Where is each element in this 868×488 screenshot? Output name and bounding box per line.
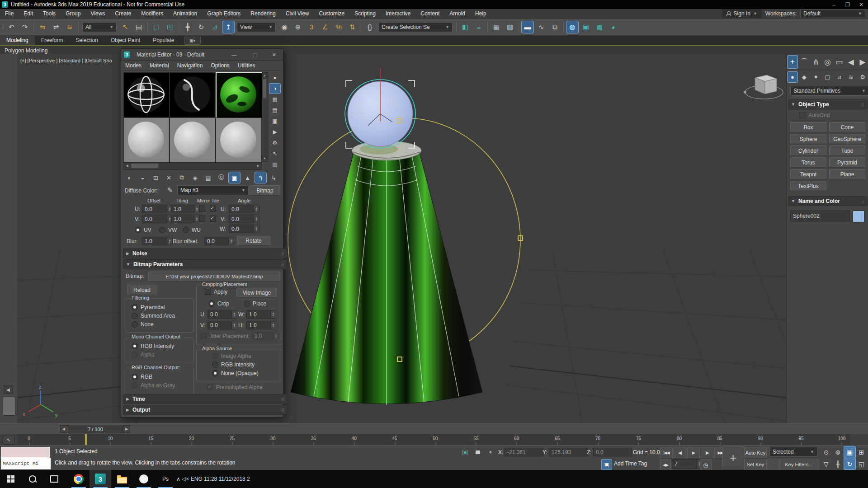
toolbar-grip[interactable]: ⸽⸽ xyxy=(2,24,3,29)
previous-frame-button[interactable]: ◀| xyxy=(674,447,686,459)
v-tile-checkbox[interactable] xyxy=(210,216,216,222)
ribbon-config-icon[interactable]: ▣▾ xyxy=(184,37,201,45)
rendered-frame-window-icon[interactable]: ▩ xyxy=(593,21,606,33)
ribbon-tab-selection[interactable]: Selection xyxy=(69,36,104,45)
assign-material-to-selection-icon[interactable]: ⊡ xyxy=(150,172,162,183)
material-editor-titlebar[interactable]: 3 Material Editor - 03 - Default — ▢ ✕ xyxy=(121,49,283,61)
select-and-rotate-icon[interactable]: ↻ xyxy=(195,21,208,33)
menu-civil-view[interactable]: Civil View xyxy=(281,9,314,18)
menu-views[interactable]: Views xyxy=(85,9,110,18)
v-mirror-checkbox[interactable] xyxy=(199,216,205,222)
u-angle-field[interactable]: 0.0▲▼ xyxy=(229,205,259,213)
u-tiling-field[interactable]: 1.0▲▼ xyxy=(171,205,200,213)
sample-uv-tiling-icon[interactable]: ▤ xyxy=(269,105,281,116)
key-filters-button[interactable]: Key Filters... xyxy=(779,459,818,470)
sample-slot-2[interactable] xyxy=(170,72,216,117)
video-color-check-icon[interactable]: ▣ xyxy=(269,116,281,127)
put-to-library-icon[interactable]: ▤ xyxy=(202,172,214,183)
unlink-selection-icon[interactable]: ⇌ xyxy=(50,21,62,33)
viewport-label[interactable]: [+] [Perspective ] [Standard ] [Default … xyxy=(20,58,129,63)
menu-modifiers[interactable]: Modifiers xyxy=(136,9,168,18)
subtab-systems-icon[interactable]: ⚙ xyxy=(857,71,868,83)
clock[interactable]: 11:28 11/12/2018 xyxy=(204,476,247,482)
geosphere-button[interactable]: GeoSphere xyxy=(829,134,865,144)
show-end-result-icon[interactable]: ▲ xyxy=(241,172,254,183)
box-button[interactable]: Box xyxy=(790,122,826,132)
rgb-radio[interactable]: RGB xyxy=(132,374,152,380)
select-and-scale-icon[interactable]: ⊿ xyxy=(208,21,221,33)
sample-slot-4[interactable] xyxy=(123,117,170,163)
tab-create-icon[interactable]: + xyxy=(787,55,798,69)
go-to-start-button[interactable]: |◀◀ xyxy=(660,447,673,459)
render-production-icon[interactable]: ◕ xyxy=(607,21,619,33)
close-button[interactable]: ✕ xyxy=(854,0,868,9)
redo-icon[interactable]: ↷ xyxy=(19,21,31,33)
map-name-dropdown[interactable]: Map #3▼ xyxy=(177,185,249,195)
pan-icon[interactable]: ╂ xyxy=(832,458,844,470)
teapot-button[interactable]: Teapot xyxy=(790,169,826,179)
blur-field[interactable]: 1.0▲▼ xyxy=(142,237,173,245)
selection-filter-dropdown[interactable]: All▼ xyxy=(82,22,117,32)
tube-button[interactable]: Tube xyxy=(829,145,865,156)
bind-to-space-warp-icon[interactable]: ≋ xyxy=(63,21,76,33)
align-icon[interactable]: ≡ xyxy=(472,21,485,33)
sample-slot-3-active[interactable] xyxy=(216,72,263,118)
dialog-restore-button[interactable]: ▢ xyxy=(250,51,260,59)
summed-area-radio[interactable]: Summed Area xyxy=(132,313,175,319)
field-of-view-icon[interactable]: ▽ xyxy=(820,458,832,470)
ribbon-tab-populate[interactable]: Populate xyxy=(146,36,180,45)
add-time-tag[interactable]: Add Time Tag xyxy=(614,460,647,467)
output-rollout[interactable]: ▶ Output ⣿ xyxy=(123,405,288,415)
y-coordinate-field[interactable]: 125.193 xyxy=(549,448,588,456)
crop-v-field[interactable]: 0.0▲▼ xyxy=(208,321,237,329)
subtab-spacewarps-icon[interactable]: ≋ xyxy=(845,71,856,83)
material-editor-icon[interactable]: ◍ xyxy=(566,21,579,33)
crop-w-field[interactable]: 1.0▲▼ xyxy=(246,310,276,319)
viewport-layout-tab[interactable] xyxy=(3,397,15,416)
put-material-to-scene-icon[interactable]: ◒ xyxy=(137,172,149,183)
crop-h-field[interactable]: 1.0▲▼ xyxy=(246,321,276,329)
material-map-navigator-icon[interactable]: ▥ xyxy=(269,159,281,170)
current-frame-field[interactable]: 7▲▼ xyxy=(672,459,703,469)
place-radio[interactable]: Place xyxy=(244,300,266,307)
toggle-scene-explorer-icon[interactable]: ▦ xyxy=(490,21,503,33)
menu-tools[interactable]: Tools xyxy=(38,9,61,18)
name-and-color-rollout[interactable]: ▼ Name and Color ⣿ xyxy=(788,196,868,206)
reload-button[interactable]: Reload xyxy=(127,285,156,295)
u-offset-field[interactable]: 0.0▲▼ xyxy=(142,205,173,213)
apply-checkbox[interactable]: Apply xyxy=(205,289,227,295)
rotate-button[interactable]: Rotate xyxy=(237,236,270,246)
select-object-icon[interactable]: ↖ xyxy=(119,21,132,33)
language-indicator[interactable]: ENG xyxy=(191,476,203,482)
rgb-intensity-radio[interactable]: RGB Intensity xyxy=(132,343,174,349)
3dsmax-taskbar-button[interactable]: 3 xyxy=(90,470,111,488)
toggle-ribbon-icon[interactable]: ▬ xyxy=(521,21,534,33)
background-icon[interactable]: ▦ xyxy=(269,94,281,105)
pyramid-button[interactable]: Pyramid xyxy=(829,157,865,168)
undo-icon[interactable]: ↶ xyxy=(5,21,18,33)
time-configuration-icon[interactable]: ◷ xyxy=(700,459,712,471)
x-coordinate-field[interactable]: -21.361 xyxy=(505,448,543,456)
uv-radio[interactable]: UV xyxy=(135,227,151,233)
ribbon-tab-object-paint[interactable]: Object Paint xyxy=(104,36,146,45)
crop-u-field[interactable]: 0.0▲▼ xyxy=(208,310,237,319)
subtab-lights-icon[interactable]: ✦ xyxy=(811,71,821,83)
previous-frame-arrow[interactable]: ◀ xyxy=(60,425,67,433)
zoom-extents-icon[interactable]: ▣ xyxy=(844,446,856,458)
subtab-cameras-icon[interactable]: ▢ xyxy=(822,71,833,83)
make-unique-icon[interactable]: ◈ xyxy=(189,172,201,183)
mirror-icon[interactable]: ◧ xyxy=(459,21,472,33)
scroll-handle[interactable] xyxy=(131,164,158,168)
scroll-down-icon[interactable]: ▼ xyxy=(262,156,267,161)
maxscript-mini-listener-white[interactable]: MAXScript Mi xyxy=(1,458,51,469)
rectangular-selection-icon[interactable]: ▢ xyxy=(150,21,163,33)
tab-display-icon[interactable]: ▭ xyxy=(834,55,844,69)
sample-slot-6[interactable] xyxy=(216,117,262,163)
rgb-intensity-alpha-radio[interactable]: RGB Intensity xyxy=(212,361,255,368)
object-color-swatch[interactable] xyxy=(853,211,864,222)
percent-snap-icon[interactable]: % xyxy=(332,21,345,33)
menu-file[interactable]: File xyxy=(0,9,19,18)
map-type-button[interactable]: Bitmap xyxy=(250,185,280,196)
torus-button[interactable]: Torus xyxy=(790,157,826,168)
make-material-copy-icon[interactable]: ⧉ xyxy=(176,172,188,183)
